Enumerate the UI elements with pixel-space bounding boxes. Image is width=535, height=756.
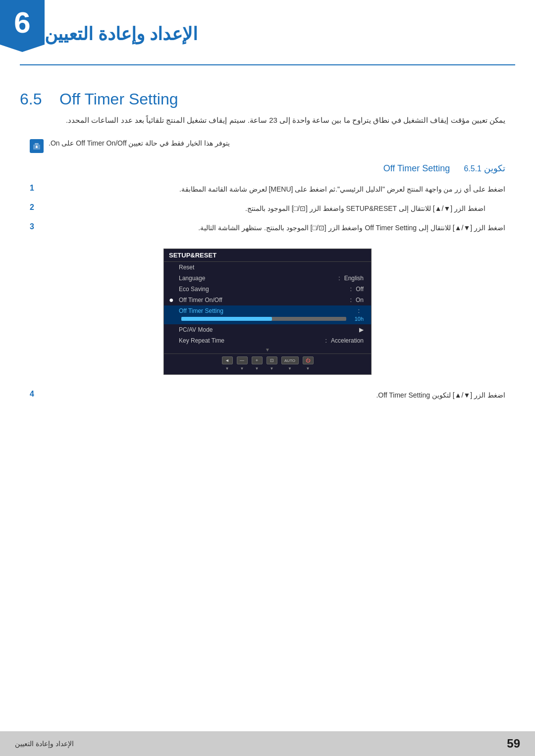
note-box: يتوفر هذا الخيار فقط في حالة تعيين Off T…: [30, 139, 505, 153]
menu-controls: ◄ ▼ — ▼ + ▼ ⊡ ▼ AUTO ▼: [164, 353, 371, 374]
menu-item-off-timer-setting: Off Timer Setting :: [164, 305, 371, 314]
ctrl-minus-btn[interactable]: —: [237, 356, 248, 364]
step-1-text: اضغط على أي زر من واجهة المنتج لعرض "الد…: [42, 184, 505, 196]
step-3-text: اضغط الزر [▼/▲] للانتقال إلى Off Timer S…: [42, 222, 505, 234]
chapter-title: الإعداد وإعادة التعيين: [45, 14, 213, 45]
menu-item-pcav-mode: PC/AV Mode ▶: [164, 324, 371, 335]
ctrl-power-btn[interactable]: ⏻: [303, 356, 314, 364]
step-3-number: 3: [30, 222, 34, 231]
step-3: اضغط الزر [▼/▲] للانتقال إلى Off Timer S…: [30, 222, 505, 234]
ctrl-plus-btn[interactable]: +: [252, 356, 263, 364]
slider-bar: 10h: [164, 314, 371, 324]
svg-rect-1: [35, 143, 39, 145]
content-area: يمكن تعيين مؤقت إيقاف التشغيل في نطاق يت…: [0, 113, 535, 402]
slider-fill: [181, 317, 272, 321]
ctrl-auto-btn[interactable]: AUTO: [281, 356, 299, 364]
svg-rect-3: [36, 146, 37, 147]
menu-item-language: Language : English: [164, 273, 371, 284]
step-2: اضغط الزر [▼/▲] للانتقال إلى SETUP&RESET…: [30, 203, 505, 215]
page-number: 59: [507, 737, 520, 751]
menu-item-reset: Reset: [164, 262, 371, 273]
menu-item-eco-saving: Eco Saving : Off: [164, 284, 371, 295]
menu-bullet-icon: ●: [169, 296, 174, 304]
page-footer: 59 الإعداد وإعادة التعيين: [0, 731, 535, 756]
page-header: الإعداد وإعادة التعيين 6: [0, 0, 535, 45]
section-title: 6.5 Off Timer Setting: [0, 80, 535, 113]
ctrl-enter-btn[interactable]: ⊡: [267, 356, 277, 364]
menu-screenshot: SETUP&RESET Reset Language : English Eco…: [163, 249, 372, 375]
step-1-number: 1: [30, 184, 34, 193]
intro-text: يمكن تعيين مؤقت إيقاف التشغيل في نطاق يت…: [30, 113, 505, 127]
step-4: اضغط الزر [▼/▲] لتكوين Off Timer Setting…: [30, 390, 505, 402]
note-text: يتوفر هذا الخيار فقط في حالة تعيين Off T…: [49, 139, 230, 147]
menu-item-off-timer-onoff: ● Off Timer On/Off : On: [164, 295, 371, 305]
step-4-number: 4: [30, 390, 34, 399]
step-4-text: اضغط الزر [▼/▲] لتكوين Off Timer Setting…: [42, 390, 505, 402]
note-icon: [30, 139, 44, 153]
ctrl-back-btn[interactable]: ◄: [222, 356, 233, 364]
step-2-number: 2: [30, 203, 34, 212]
footer-text: الإعداد وإعادة التعيين: [15, 740, 74, 748]
subsection-title: تكوين Off Timer Setting 6.5.1: [30, 163, 505, 174]
menu-screenshot-container: SETUP&RESET Reset Language : English Eco…: [30, 241, 505, 382]
step-2-text: اضغط الزر [▼/▲] للانتقال إلى SETUP&RESET…: [42, 203, 485, 215]
chapter-badge: 6: [0, 0, 45, 45]
slider-value: 10h: [349, 316, 364, 322]
menu-item-key-repeat: Key Repeat Time : Acceleration: [164, 335, 371, 346]
slider-track: [181, 317, 346, 321]
scroll-arrow-down: ▼: [164, 346, 371, 353]
header-divider: [20, 64, 515, 65]
step-1: اضغط على أي زر من واجهة المنتج لعرض "الد…: [30, 184, 505, 196]
menu-title-bar: SETUP&RESET: [164, 249, 371, 262]
